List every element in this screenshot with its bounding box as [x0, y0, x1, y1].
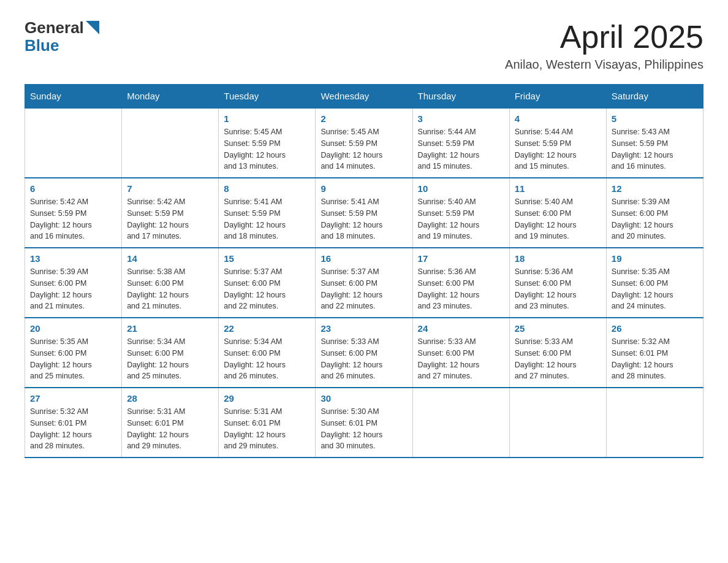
day-info: Sunrise: 5:34 AM Sunset: 6:00 PM Dayligh… [127, 336, 213, 382]
calendar-cell: 10Sunrise: 5:40 AM Sunset: 5:59 PM Dayli… [412, 178, 509, 248]
day-info: Sunrise: 5:32 AM Sunset: 6:01 PM Dayligh… [612, 336, 698, 382]
calendar-week-row: 1Sunrise: 5:45 AM Sunset: 5:59 PM Daylig… [25, 108, 703, 178]
calendar-cell: 18Sunrise: 5:36 AM Sunset: 6:00 PM Dayli… [509, 248, 606, 318]
day-info: Sunrise: 5:34 AM Sunset: 6:00 PM Dayligh… [224, 336, 310, 382]
day-number: 7 [127, 183, 213, 194]
day-info: Sunrise: 5:45 AM Sunset: 5:59 PM Dayligh… [224, 126, 310, 172]
col-header-friday: Friday [509, 85, 606, 109]
calendar-cell: 27Sunrise: 5:32 AM Sunset: 6:01 PM Dayli… [25, 388, 122, 458]
day-number: 24 [418, 323, 504, 334]
day-number: 13 [30, 253, 116, 264]
calendar-cell: 13Sunrise: 5:39 AM Sunset: 6:00 PM Dayli… [25, 248, 122, 318]
calendar-cell: 28Sunrise: 5:31 AM Sunset: 6:01 PM Dayli… [122, 388, 219, 458]
day-info: Sunrise: 5:42 AM Sunset: 5:59 PM Dayligh… [30, 196, 116, 242]
calendar-cell: 12Sunrise: 5:39 AM Sunset: 6:00 PM Dayli… [606, 178, 703, 248]
day-info: Sunrise: 5:43 AM Sunset: 5:59 PM Dayligh… [612, 126, 698, 172]
calendar-cell: 26Sunrise: 5:32 AM Sunset: 6:01 PM Dayli… [606, 318, 703, 388]
calendar-cell: 30Sunrise: 5:30 AM Sunset: 6:01 PM Dayli… [316, 388, 412, 458]
calendar-cell: 16Sunrise: 5:37 AM Sunset: 6:00 PM Dayli… [316, 248, 412, 318]
calendar-week-row: 13Sunrise: 5:39 AM Sunset: 6:00 PM Dayli… [25, 248, 703, 318]
col-header-thursday: Thursday [412, 85, 509, 109]
calendar-table: SundayMondayTuesdayWednesdayThursdayFrid… [25, 84, 703, 458]
day-number: 20 [30, 323, 116, 334]
day-info: Sunrise: 5:36 AM Sunset: 6:00 PM Dayligh… [418, 266, 504, 312]
day-info: Sunrise: 5:45 AM Sunset: 5:59 PM Dayligh… [320, 126, 407, 172]
logo-general-text: General [25, 19, 84, 37]
day-number: 18 [515, 253, 601, 264]
calendar-cell [25, 108, 122, 178]
day-info: Sunrise: 5:35 AM Sunset: 6:00 PM Dayligh… [612, 266, 698, 312]
calendar-cell: 15Sunrise: 5:37 AM Sunset: 6:00 PM Dayli… [219, 248, 316, 318]
day-number: 30 [320, 393, 407, 404]
calendar-header-row: SundayMondayTuesdayWednesdayThursdayFrid… [25, 85, 703, 109]
day-info: Sunrise: 5:33 AM Sunset: 6:00 PM Dayligh… [320, 336, 407, 382]
calendar-cell: 24Sunrise: 5:33 AM Sunset: 6:00 PM Dayli… [412, 318, 509, 388]
day-number: 12 [612, 183, 698, 194]
calendar-cell: 9Sunrise: 5:41 AM Sunset: 5:59 PM Daylig… [316, 178, 412, 248]
day-number: 28 [127, 393, 213, 404]
svg-marker-0 [86, 21, 99, 34]
day-number: 26 [612, 323, 698, 334]
calendar-cell: 4Sunrise: 5:44 AM Sunset: 5:59 PM Daylig… [509, 108, 606, 178]
calendar-cell [122, 108, 219, 178]
calendar-subtitle: Anilao, Western Visayas, Philippines [505, 58, 703, 72]
calendar-cell: 23Sunrise: 5:33 AM Sunset: 6:00 PM Dayli… [316, 318, 412, 388]
day-number: 15 [224, 253, 310, 264]
day-number: 22 [224, 323, 310, 334]
day-number: 9 [320, 183, 407, 194]
day-info: Sunrise: 5:44 AM Sunset: 5:59 PM Dayligh… [515, 126, 601, 172]
day-number: 21 [127, 323, 213, 334]
day-number: 1 [224, 113, 310, 124]
col-header-monday: Monday [122, 85, 219, 109]
calendar-cell: 19Sunrise: 5:35 AM Sunset: 6:00 PM Dayli… [606, 248, 703, 318]
day-number: 3 [418, 113, 504, 124]
day-info: Sunrise: 5:39 AM Sunset: 6:00 PM Dayligh… [30, 266, 116, 312]
day-info: Sunrise: 5:42 AM Sunset: 5:59 PM Dayligh… [127, 196, 213, 242]
calendar-cell: 1Sunrise: 5:45 AM Sunset: 5:59 PM Daylig… [219, 108, 316, 178]
calendar-cell: 17Sunrise: 5:36 AM Sunset: 6:00 PM Dayli… [412, 248, 509, 318]
day-info: Sunrise: 5:31 AM Sunset: 6:01 PM Dayligh… [224, 406, 310, 452]
calendar-cell: 25Sunrise: 5:33 AM Sunset: 6:00 PM Dayli… [509, 318, 606, 388]
day-number: 17 [418, 253, 504, 264]
calendar-cell: 29Sunrise: 5:31 AM Sunset: 6:01 PM Dayli… [219, 388, 316, 458]
day-info: Sunrise: 5:41 AM Sunset: 5:59 PM Dayligh… [320, 196, 407, 242]
day-info: Sunrise: 5:32 AM Sunset: 6:01 PM Dayligh… [30, 406, 116, 452]
day-info: Sunrise: 5:36 AM Sunset: 6:00 PM Dayligh… [515, 266, 601, 312]
logo-blue-text: Blue [25, 37, 99, 55]
day-number: 19 [612, 253, 698, 264]
calendar-cell: 11Sunrise: 5:40 AM Sunset: 6:00 PM Dayli… [509, 178, 606, 248]
day-number: 5 [612, 113, 698, 124]
day-number: 2 [320, 113, 407, 124]
day-info: Sunrise: 5:44 AM Sunset: 5:59 PM Dayligh… [418, 126, 504, 172]
calendar-cell: 6Sunrise: 5:42 AM Sunset: 5:59 PM Daylig… [25, 178, 122, 248]
calendar-cell: 21Sunrise: 5:34 AM Sunset: 6:00 PM Dayli… [122, 318, 219, 388]
header: General Blue April 2025 Anilao, Western … [25, 18, 703, 72]
col-header-sunday: Sunday [25, 85, 122, 109]
title-area: April 2025 Anilao, Western Visayas, Phil… [505, 18, 703, 72]
calendar-cell [606, 388, 703, 458]
day-info: Sunrise: 5:37 AM Sunset: 6:00 PM Dayligh… [224, 266, 310, 312]
day-info: Sunrise: 5:41 AM Sunset: 5:59 PM Dayligh… [224, 196, 310, 242]
logo-triangle-icon [86, 21, 99, 34]
calendar-cell: 22Sunrise: 5:34 AM Sunset: 6:00 PM Dayli… [219, 318, 316, 388]
day-number: 29 [224, 393, 310, 404]
day-info: Sunrise: 5:37 AM Sunset: 6:00 PM Dayligh… [320, 266, 407, 312]
col-header-saturday: Saturday [606, 85, 703, 109]
day-number: 6 [30, 183, 116, 194]
day-info: Sunrise: 5:38 AM Sunset: 6:00 PM Dayligh… [127, 266, 213, 312]
calendar-week-row: 20Sunrise: 5:35 AM Sunset: 6:00 PM Dayli… [25, 318, 703, 388]
calendar-cell: 7Sunrise: 5:42 AM Sunset: 5:59 PM Daylig… [122, 178, 219, 248]
calendar-cell: 20Sunrise: 5:35 AM Sunset: 6:00 PM Dayli… [25, 318, 122, 388]
day-info: Sunrise: 5:30 AM Sunset: 6:01 PM Dayligh… [320, 406, 407, 452]
day-info: Sunrise: 5:39 AM Sunset: 6:00 PM Dayligh… [612, 196, 698, 242]
col-header-tuesday: Tuesday [219, 85, 316, 109]
calendar-week-row: 27Sunrise: 5:32 AM Sunset: 6:01 PM Dayli… [25, 388, 703, 458]
calendar-cell: 3Sunrise: 5:44 AM Sunset: 5:59 PM Daylig… [412, 108, 509, 178]
day-info: Sunrise: 5:31 AM Sunset: 6:01 PM Dayligh… [127, 406, 213, 452]
calendar-cell: 14Sunrise: 5:38 AM Sunset: 6:00 PM Dayli… [122, 248, 219, 318]
day-number: 25 [515, 323, 601, 334]
day-info: Sunrise: 5:40 AM Sunset: 6:00 PM Dayligh… [515, 196, 601, 242]
calendar-week-row: 6Sunrise: 5:42 AM Sunset: 5:59 PM Daylig… [25, 178, 703, 248]
day-number: 8 [224, 183, 310, 194]
day-number: 23 [320, 323, 407, 334]
